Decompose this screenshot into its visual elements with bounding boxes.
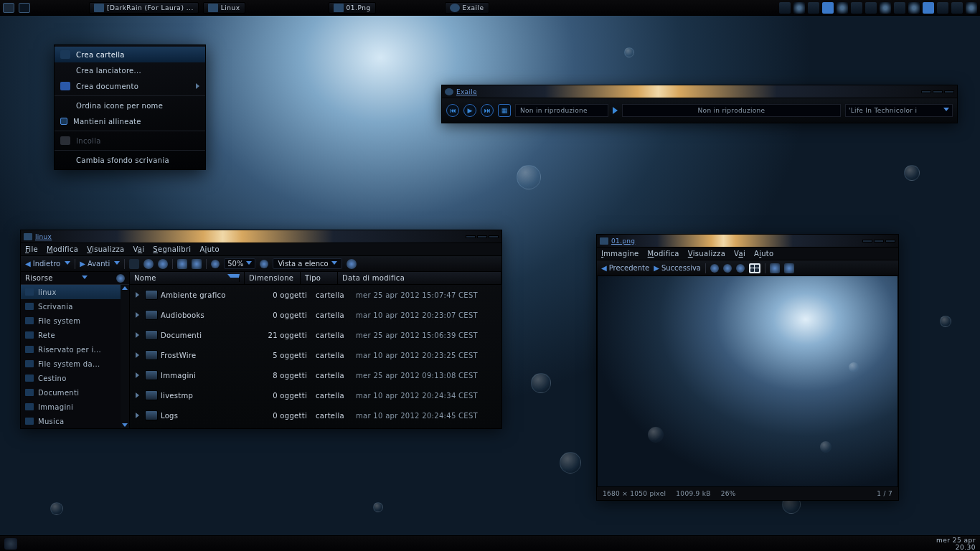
maximize-button[interactable] [933, 90, 943, 93]
forward-button[interactable]: ▶Avanti [80, 260, 110, 268]
tray-icon[interactable] [937, 2, 948, 14]
next-button[interactable]: ▶Successiva [654, 264, 701, 272]
menu-edit[interactable]: Modifica [648, 250, 679, 258]
menu-view[interactable]: Visualizza [688, 250, 725, 258]
play-button[interactable]: ▶ [463, 104, 476, 117]
tray-icon[interactable] [894, 2, 905, 14]
workspace-switcher-icon[interactable] [19, 3, 30, 13]
minimize-button[interactable] [921, 90, 931, 93]
menu-help[interactable]: Aiuto [199, 245, 220, 253]
sidebar-item-documents[interactable]: Documenti [21, 385, 121, 400]
minimize-button[interactable] [466, 235, 476, 238]
sidebar-item-linux[interactable]: linux [21, 285, 121, 299]
column-size[interactable]: Dimensione [245, 272, 301, 284]
close-button[interactable] [885, 240, 895, 242]
sidebar-item-filesystem[interactable]: File system [21, 314, 121, 328]
expand-icon[interactable] [136, 372, 139, 378]
expand-icon[interactable] [136, 332, 139, 338]
close-button[interactable] [489, 235, 499, 238]
rotate-left-button[interactable] [770, 263, 780, 273]
zoom-out-button[interactable] [211, 260, 220, 268]
menu-view[interactable]: Visualizza [87, 245, 124, 253]
expand-icon[interactable] [136, 312, 139, 318]
sidebar-item-reserved[interactable]: Riservato per i... [21, 342, 121, 357]
expand-icon[interactable] [136, 292, 139, 298]
file-row[interactable]: Documenti21 oggetticartellamer 25 apr 20… [130, 325, 501, 345]
menu-file[interactable]: File [25, 245, 38, 253]
scroll-up-icon[interactable] [122, 286, 128, 290]
nautilus-titlebar[interactable]: linux [21, 230, 501, 243]
zoom-fit-button[interactable] [736, 264, 745, 273]
up-button[interactable] [129, 259, 139, 269]
column-modified[interactable]: Data di modifica [338, 272, 501, 284]
tray-icon[interactable] [908, 2, 920, 14]
dropdown-icon[interactable] [82, 276, 88, 281]
scroll-down-icon[interactable] [122, 423, 128, 427]
sidebar-header[interactable]: Risorse [21, 272, 129, 285]
file-row[interactable]: FrostWire5 oggetticartellamar 10 apr 201… [130, 345, 501, 365]
file-row[interactable]: Audiobooks0 oggetticartellamar 10 apr 20… [130, 305, 501, 325]
menu-go[interactable]: Vai [734, 250, 745, 258]
dropdown-icon[interactable] [943, 108, 949, 113]
exaile-titlebar[interactable]: Exaile [442, 85, 957, 98]
menu-create-document[interactable]: Crea documento [55, 78, 205, 94]
zoom-in-button[interactable] [710, 264, 719, 273]
file-row[interactable]: Immagini8 oggetticartellamer 25 apr 2012… [130, 365, 501, 385]
tray-icon[interactable] [793, 2, 805, 14]
forward-history-dropdown[interactable] [114, 261, 120, 267]
zoom-out-button[interactable] [723, 264, 732, 273]
sidebar-config-icon[interactable] [116, 274, 125, 283]
tray-icon[interactable] [851, 2, 862, 14]
taskbar-item-exaile[interactable]: Exaile [445, 2, 489, 14]
sidebar-item-fsda[interactable]: File system da... [21, 357, 121, 371]
menu-edit[interactable]: Modifica [47, 245, 78, 253]
battery-icon[interactable] [822, 2, 834, 14]
sidebar-scrollbar[interactable] [121, 285, 129, 428]
prev-track-button[interactable]: ⏮ [446, 104, 459, 117]
menu-create-folder[interactable]: Crea cartella [55, 47, 205, 62]
menu-create-launcher[interactable]: Crea lanciatore... [55, 62, 205, 78]
maximize-button[interactable] [874, 240, 884, 242]
expand-icon[interactable] [136, 392, 139, 398]
view-mode-selector[interactable]: Vista a elenco [273, 258, 341, 269]
taskbar-item-linux[interactable]: linux [203, 2, 245, 14]
computer-button[interactable] [192, 259, 202, 269]
close-button[interactable] [944, 90, 954, 93]
home-button[interactable] [177, 259, 187, 269]
column-name[interactable]: Nome [130, 272, 245, 284]
menu-help[interactable]: Aiuto [754, 250, 774, 258]
tray-icon[interactable] [837, 2, 848, 14]
tray-icon[interactable] [951, 2, 963, 14]
show-desktop-icon[interactable] [3, 3, 14, 13]
network-icon[interactable] [808, 2, 819, 14]
play-indicator-icon[interactable] [613, 107, 618, 114]
clock[interactable]: mer 25 apr 20.30 [936, 537, 976, 551]
file-row[interactable]: Logs0 oggetticartellamar 10 apr 2012 20:… [130, 405, 501, 425]
playlist-button[interactable]: ▦ [498, 104, 511, 117]
tray-icon[interactable] [779, 2, 791, 14]
expand-icon[interactable] [136, 352, 139, 358]
sidebar-item-trash[interactable]: Cestino [21, 371, 121, 385]
menu-bookmarks[interactable]: Segnalibri [153, 245, 191, 253]
search-button[interactable] [347, 259, 357, 269]
sidebar-item-images[interactable]: Immagini [21, 400, 121, 414]
tray-icon[interactable] [865, 2, 877, 14]
tray-icon[interactable] [923, 2, 934, 14]
sidebar-item-network[interactable]: Rete [21, 328, 121, 342]
menu-change-wallpaper[interactable]: Cambia sfondo scrivania [55, 152, 205, 168]
taskbar-item-01png[interactable]: 01.png [329, 2, 376, 14]
back-history-dropdown[interactable] [65, 261, 70, 267]
sidebar-item-music[interactable]: Musica [21, 414, 121, 428]
expand-icon[interactable] [136, 413, 139, 418]
menu-go[interactable]: Vai [133, 245, 144, 253]
imageviewer-titlebar[interactable]: 01.png [597, 235, 898, 248]
file-row[interactable]: livestmp0 oggetticartellamar 10 apr 2012… [130, 385, 501, 405]
gnome-foot-icon[interactable] [4, 538, 17, 550]
next-track-button[interactable]: ⏭ [481, 104, 494, 117]
file-row[interactable]: Ambiente grafico0 oggetticartellamer 25 … [130, 285, 501, 305]
minimize-button[interactable] [862, 240, 872, 242]
column-type[interactable]: Tipo [301, 272, 338, 284]
shutdown-icon[interactable] [966, 2, 977, 14]
taskbar-item-darkrain[interactable]: [DarkRain (for Laura) ... [89, 2, 199, 14]
stop-button[interactable] [143, 259, 154, 269]
